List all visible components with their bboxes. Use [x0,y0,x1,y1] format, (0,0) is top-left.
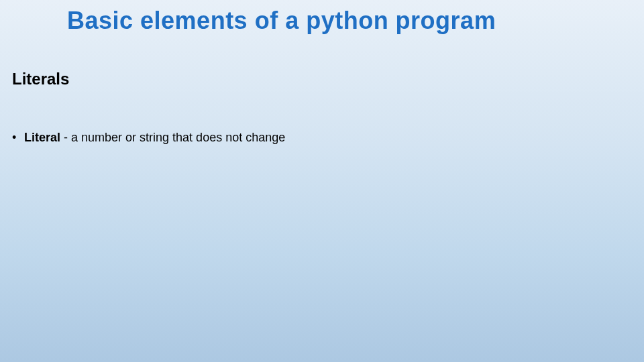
bullet-definition: - a number or string that does not chang… [60,131,285,144]
bullet-term: Literal [24,131,60,144]
section-heading: Literals [0,70,644,88]
bullet-item: Literal - a number or string that does n… [12,129,644,147]
slide-title: Basic elements of a python program [0,0,644,35]
bullet-list: Literal - a number or string that does n… [0,129,644,147]
